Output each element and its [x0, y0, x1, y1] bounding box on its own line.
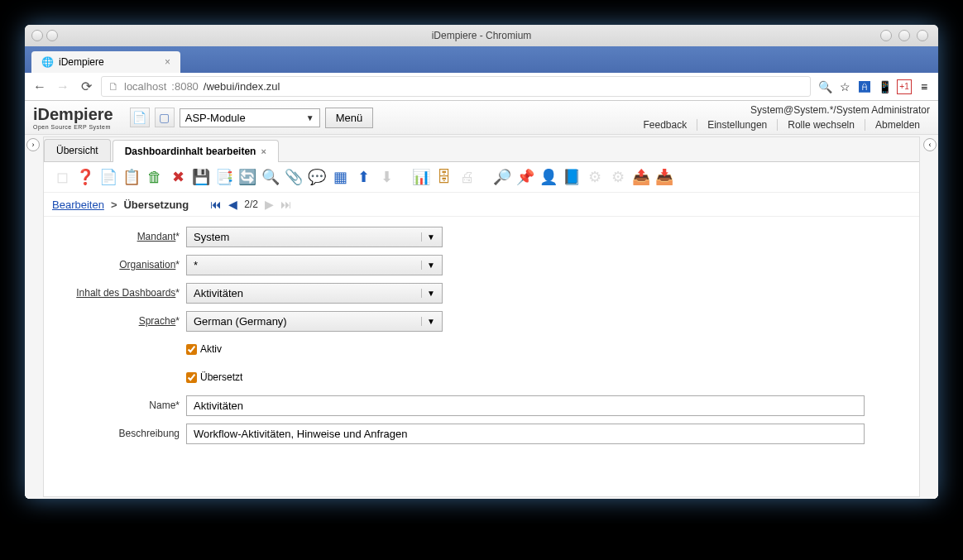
main-panel: Übersicht Dashboardinhalt bearbeiten × ◻… [43, 136, 920, 497]
chevron-down-icon: ▼ [306, 113, 314, 122]
request-icon[interactable]: 👤 [539, 167, 558, 187]
prev-record-icon[interactable]: ◀ [228, 198, 237, 211]
reload-button[interactable]: ⟳ [78, 79, 94, 95]
menu-icon[interactable]: ≡ [917, 79, 932, 94]
tab-edit-dashboard[interactable]: Dashboardinhalt bearbeiten × [113, 140, 279, 162]
logo: iDempiere Open Source ERP System [33, 105, 113, 130]
url-host: localhost [124, 80, 166, 93]
print-icon[interactable]: 🖨 [458, 167, 477, 187]
breadcrumb: Bearbeiten > Übersetzung ⏮ ◀ 2/2 ▶ ⏭ [44, 193, 919, 217]
input-name[interactable] [186, 395, 865, 416]
minimize-button[interactable] [880, 30, 892, 41]
label-dashboard-content: Inhalt des Dashboards* [54, 287, 186, 299]
attachment-icon[interactable]: 📎 [284, 167, 304, 187]
breadcrumb-current: Übersetzung [123, 199, 189, 211]
expand-left-icon[interactable]: › [26, 138, 40, 151]
settings-link[interactable]: Einstellungen [697, 119, 778, 131]
forward-button[interactable]: → [55, 79, 71, 95]
save-icon[interactable]: 💾 [191, 167, 211, 187]
combo-dashboard-content-value: Aktivitäten [194, 287, 243, 299]
tab-overview[interactable]: Übersicht [44, 139, 111, 161]
breadcrumb-edit-link[interactable]: Bearbeiten [52, 199, 104, 211]
checkbox-uebersetzt-input[interactable] [186, 372, 197, 383]
delete-selection-icon[interactable]: ✖ [168, 167, 188, 187]
first-record-icon[interactable]: ⏮ [210, 198, 222, 211]
combo-dashboard-content[interactable]: Aktivitäten ▼ [186, 283, 443, 304]
logo-text: iDempiere [33, 105, 113, 123]
ext-icon[interactable]: 📱 [877, 79, 892, 94]
open-window-icon[interactable]: ▢ [155, 108, 175, 127]
menu-button[interactable]: Menü [325, 108, 374, 128]
detail-record-icon[interactable]: ⬇ [376, 167, 396, 187]
input-beschreibung[interactable] [186, 424, 865, 444]
url-port: :8080 [171, 80, 199, 93]
customize-icon[interactable]: ⚙ [608, 167, 628, 187]
find-icon[interactable]: 🔍 [261, 167, 280, 187]
feedback-link[interactable]: Feedback [633, 119, 697, 131]
close-tab-icon[interactable]: × [261, 146, 266, 156]
new-record-icon[interactable]: 📄 [130, 108, 150, 127]
app-header: iDempiere Open Source ERP System 📄 ▢ ASP… [25, 101, 938, 135]
import-icon[interactable]: 📥 [654, 167, 674, 187]
copy-icon[interactable]: 📋 [122, 167, 141, 187]
combo-mandant-value: System [194, 231, 229, 243]
archive-icon[interactable]: 🗄 [434, 167, 454, 187]
zoom-across-icon[interactable]: 🔎 [492, 167, 512, 187]
delete-icon[interactable]: 🗑 [145, 167, 165, 187]
bookmark-icon[interactable]: ☆ [837, 79, 852, 94]
checkbox-aktiv-input[interactable] [186, 344, 197, 355]
tab-edit-dashboard-label: Dashboardinhalt bearbeiten [125, 146, 256, 157]
chevron-down-icon: ▼ [421, 289, 435, 298]
gplus-ext-icon[interactable]: +1 [897, 79, 912, 94]
right-side-toggle: ‹ [922, 135, 938, 499]
label-sprache: Sprache* [54, 315, 186, 327]
combo-mandant[interactable]: System ▼ [186, 227, 443, 247]
window-menu-icon[interactable] [46, 30, 58, 41]
close-tab-icon[interactable]: × [165, 56, 170, 68]
zoom-icon[interactable]: 🔍 [817, 79, 832, 94]
logo-subtitle: Open Source ERP System [33, 124, 113, 130]
change-role-link[interactable]: Rolle wechseln [778, 119, 865, 131]
grid-toggle-icon[interactable]: ▦ [330, 167, 350, 187]
favicon-icon: 🌐 [41, 56, 54, 68]
label-beschreibung: Beschreibung [54, 428, 186, 439]
browser-tab-title: iDempiere [59, 56, 104, 68]
left-side-toggle: › [25, 135, 41, 499]
checkbox-uebersetzt[interactable]: Übersetzt [186, 371, 242, 383]
global-search-value: ASP-Module [185, 112, 246, 124]
expand-right-icon[interactable]: ‹ [923, 138, 937, 151]
toolbar: ◻ ❓ 📄 📋 🗑 ✖ 💾 📑 🔄 🔍 📎 💬 ▦ ⬆ ⬇ [44, 162, 919, 193]
url-path: /webui/index.zul [204, 80, 280, 93]
refresh-icon[interactable]: 🔄 [237, 167, 257, 187]
export-icon[interactable]: 📤 [631, 167, 651, 187]
parent-record-icon[interactable]: ⬆ [353, 167, 373, 187]
checkbox-aktiv[interactable]: Aktiv [186, 343, 222, 355]
combo-organisation[interactable]: * ▼ [186, 255, 443, 275]
content-wrap: › Übersicht Dashboardinhalt bearbeiten ×… [25, 135, 938, 499]
combo-sprache[interactable]: German (Germany) ▼ [186, 311, 443, 332]
process-icon[interactable]: ⚙ [585, 167, 605, 187]
back-button[interactable]: ← [31, 79, 48, 95]
browser-tab[interactable]: 🌐 iDempiere × [31, 51, 180, 73]
logout-link[interactable]: Abmelden [865, 119, 930, 131]
translate-ext-icon[interactable]: 🅰 [857, 79, 872, 94]
last-record-icon[interactable]: ⏭ [280, 198, 292, 211]
next-record-icon[interactable]: ▶ [265, 198, 274, 211]
tab-overview-label: Übersicht [56, 145, 98, 156]
user-info: System@System.*/System Administrator [633, 104, 930, 116]
maximize-button[interactable] [898, 30, 910, 41]
new-icon[interactable]: 📄 [98, 167, 118, 187]
active-workflow-icon[interactable]: 📌 [515, 167, 535, 187]
product-info-icon[interactable]: 📘 [562, 167, 582, 187]
address-bar: ← → ⟳ 🗋 localhost:8080/webui/index.zul 🔍… [25, 73, 938, 101]
combo-sprache-value: German (Germany) [194, 315, 287, 328]
report-icon[interactable]: 📊 [411, 167, 431, 187]
global-search-combo[interactable]: ASP-Module ▼ [180, 108, 320, 127]
url-input[interactable]: 🗋 localhost:8080/webui/index.zul [101, 76, 811, 97]
breadcrumb-separator: > [111, 199, 117, 211]
checkbox-aktiv-label: Aktiv [200, 343, 222, 355]
help-icon[interactable]: ❓ [75, 167, 95, 187]
chat-icon[interactable]: 💬 [307, 167, 327, 187]
save-create-icon[interactable]: 📑 [214, 167, 234, 187]
close-window-button[interactable] [917, 30, 928, 41]
